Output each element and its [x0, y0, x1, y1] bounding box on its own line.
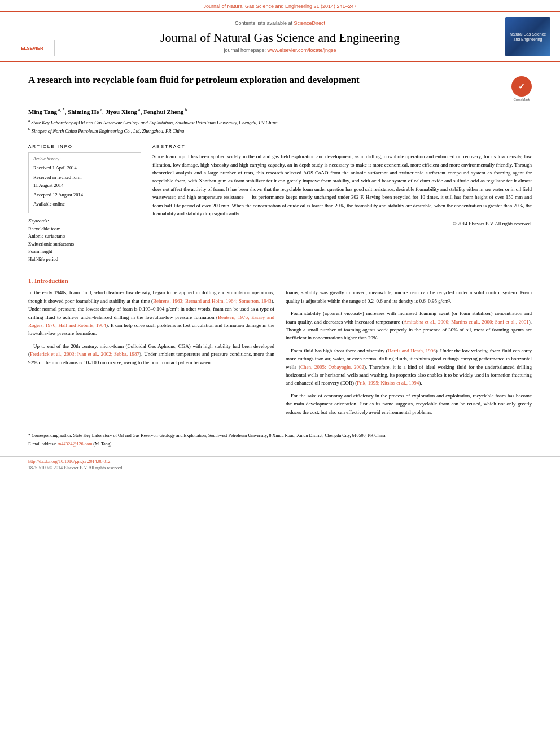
- affiliation-b: b Sinopec of North China Petroleum Engin…: [28, 126, 532, 135]
- article-content: A research into recyclable foam fluid fo…: [0, 62, 560, 456]
- keyword-2: Anionic surfactants: [28, 233, 141, 241]
- doi-link[interactable]: http://dx.doi.org/10.1016/j.jngse.2014.0…: [28, 459, 110, 464]
- date-revised-label: Received in revised form: [33, 173, 136, 181]
- ref-harris-heath[interactable]: Harris and Heath, 1996: [388, 348, 436, 353]
- footnote-corresponding: * Corresponding author. State Key Labora…: [28, 433, 532, 439]
- header-left: ELSEVIER: [7, 17, 58, 56]
- article-title: A research into recyclable foam fluid fo…: [28, 74, 506, 87]
- info-abstract-section: ARTICLE INFO Article history: Received 1…: [28, 144, 532, 263]
- journal-citation: Journal of Natural Gas Science and Engin…: [203, 3, 356, 9]
- keyword-3: Zwitterionic surfactants: [28, 241, 141, 248]
- footnote-email: E-mail address: tn44324@126.com (M. Tang…: [28, 441, 532, 448]
- date-received-label: Received 1 April 2014: [33, 164, 136, 172]
- article-dates: Received 1 April 2014 Received in revise…: [33, 164, 136, 208]
- date-received: Received 1 April 2014: [33, 164, 136, 172]
- sciencedirect-link[interactable]: ScienceDirect: [294, 20, 326, 26]
- crossmark-label: CrossMark: [513, 98, 530, 101]
- authors-line: Ming Tang a, *, Shiming He a, Jiyou Xion…: [28, 107, 532, 116]
- journal-title: Journal of Natural Gas Science and Engin…: [160, 30, 400, 45]
- date-available: Available online: [33, 200, 136, 208]
- doi-line: http://dx.doi.org/10.1016/j.jngse.2014.0…: [28, 459, 532, 464]
- ref-behrens[interactable]: Behrens, 1963; Bernard and Holm, 1964; S…: [153, 298, 272, 304]
- ref-amitabha[interactable]: Amitabha et al., 2000; Martins et al., 2…: [404, 319, 529, 325]
- elsevier-logo: ELSEVIER: [10, 40, 55, 56]
- abstract-text: Since foam liquid has been applied widel…: [152, 152, 532, 217]
- date-accepted: Accepted 12 August 2014: [33, 191, 136, 199]
- ref-bentsen[interactable]: Bentsen, 1976; Essary and Rogers, 1976; …: [28, 314, 274, 328]
- contents-available-line: Contents lists available at ScienceDirec…: [235, 20, 325, 26]
- thumb-text: Natural Gas Science and Engineering: [508, 32, 548, 42]
- header-center: Contents lists available at ScienceDirec…: [63, 17, 497, 56]
- abstract-column: ABSTRACT Since foam liquid has been appl…: [152, 144, 532, 263]
- date-available-label: Available online: [33, 200, 136, 208]
- keyword-4: Foam height: [28, 248, 141, 256]
- date-revised: Received in revised form 11 August 2014: [33, 173, 136, 190]
- crossmark-symbol: ✓: [518, 82, 525, 91]
- intro-para-2: Up to end of the 20th century, micro-foa…: [28, 342, 274, 366]
- author-shiming-he: Shiming He: [68, 108, 99, 115]
- history-title: Article history:: [33, 156, 136, 161]
- affiliations: a State Key Laboratory of Oil and Gas Re…: [28, 118, 532, 134]
- intro-para-5: Foam fluid has high shear force and visc…: [286, 347, 532, 387]
- bottom-bar: http://dx.doi.org/10.1016/j.jngse.2014.0…: [0, 456, 560, 473]
- crossmark-badge: ✓: [511, 76, 532, 97]
- intro-para-3: foams, stability was greatly improved; m…: [286, 289, 532, 305]
- journal-header: ELSEVIER Contents lists available at Sci…: [0, 11, 560, 62]
- homepage-line: journal homepage: www.elsevier.com/locat…: [224, 47, 336, 53]
- intro-right-col: foams, stability was greatly improved; m…: [286, 289, 532, 420]
- keyword-1: Recyclable foam: [28, 225, 141, 233]
- keywords-title: Keywords:: [28, 218, 141, 224]
- ref-frederick[interactable]: Frederick et al., 2003; Ivan et al., 200…: [30, 351, 139, 357]
- intro-para-1: In the early 1940s, foam fluid, which fe…: [28, 289, 274, 337]
- journal-thumbnail: Natural Gas Science and Engineering: [505, 17, 550, 56]
- article-title-section: A research into recyclable foam fluid fo…: [28, 68, 532, 103]
- intro-left-col: In the early 1940s, foam fluid, which fe…: [28, 289, 274, 420]
- divider-2: [28, 268, 532, 268]
- author-jiyou-xiong: Jiyou Xiong: [106, 108, 138, 115]
- introduction-title: 1. Introduction: [28, 277, 532, 284]
- ref-frik[interactable]: Frik, 1995; Kitsios et al., 1994: [357, 380, 419, 386]
- divider-1: [28, 139, 532, 139]
- article-info-column: ARTICLE INFO Article history: Received 1…: [28, 144, 141, 263]
- keywords-section: Keywords: Recyclable foam Anionic surfac…: [28, 218, 141, 264]
- homepage-link[interactable]: www.elsevier.com/locate/jngse: [268, 47, 336, 53]
- author-ming-tang: Ming Tang: [28, 108, 57, 115]
- crossmark-container: ✓ CrossMark: [511, 74, 532, 101]
- footnotes: * Corresponding author. State Key Labora…: [28, 429, 532, 448]
- email-link[interactable]: tn44324@126.com: [58, 442, 92, 447]
- article-history-box: Article history: Received 1 April 2014 R…: [28, 152, 141, 213]
- keyword-5: Half-life period: [28, 256, 141, 264]
- journal-citation-bar: Journal of Natural Gas Science and Engin…: [0, 0, 560, 11]
- intro-para-4: Foam stability (apparent viscosity) incr…: [286, 309, 532, 342]
- introduction-body: In the early 1940s, foam fluid, which fe…: [28, 289, 532, 420]
- article-info-head: ARTICLE INFO: [28, 144, 141, 149]
- abstract-copyright: © 2014 Elsevier B.V. All rights reserved…: [152, 221, 532, 226]
- intro-para-6: For the sake of economy and efficiency i…: [286, 392, 532, 416]
- author-fenghui-zheng: Fenghui Zheng: [143, 108, 183, 115]
- affiliation-a: a State Key Laboratory of Oil and Gas Re…: [28, 118, 532, 126]
- introduction-section: 1. Introduction In the early 1940s, foam…: [28, 277, 532, 420]
- issn-line: 1875-5100/© 2014 Elsevier B.V. All right…: [28, 465, 532, 470]
- header-right: Natural Gas Science and Engineering: [502, 17, 553, 56]
- abstract-head: ABSTRACT: [152, 144, 532, 149]
- date-accepted-label: Accepted 12 August 2014: [33, 191, 136, 199]
- ref-chen[interactable]: Chen, 2005; Ozbayoglu, 2002: [300, 364, 364, 370]
- date-revised-value: 11 August 2014: [33, 181, 136, 189]
